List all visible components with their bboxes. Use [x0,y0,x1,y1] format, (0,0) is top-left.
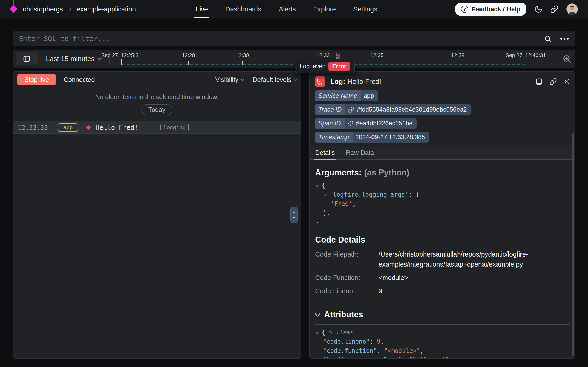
nav-right-group: ? Feedback / Help [455,2,578,16]
code-collapse-chevron-icon[interactable] [315,181,322,190]
error-level-badge: Error [328,62,350,71]
tab-explore[interactable]: Explore [313,0,336,18]
detail-header: Log:Hello Fred! [310,72,575,90]
link-icon [348,107,354,113]
breadcrumb-separator-icon [68,7,72,11]
zoom-in-icon[interactable] [562,54,571,63]
arguments-heading: Arguments: (as Python) [315,168,570,177]
code-lineno-value: 9 [379,286,570,296]
code-collapse-chevron-icon[interactable] [315,328,322,337]
collapse-chevron-icon [315,311,320,317]
log-detail-panel: Log:Hello Fred! Service Name app Tra [309,71,575,359]
no-older-items-message: No older items in the selected time wind… [13,93,301,100]
stop-live-button[interactable]: Stop live [17,74,56,85]
chevron-down-icon [294,77,297,81]
main-panels: Stop live Connected Visibility Default l… [13,71,575,359]
visibility-dropdown[interactable]: Visibility [215,76,243,83]
sidebar-toggle-button[interactable] [16,52,38,66]
log-row-selected[interactable]: 12:33:28 app Hello Fred! logging [13,121,301,134]
log-level-tooltip: Log level: Error [295,59,355,73]
breadcrumb-project[interactable]: example-application [76,6,136,13]
chevron-down-icon [241,77,244,81]
live-log-panel: Stop live Connected Visibility Default l… [13,71,301,359]
code-details-heading: Code Details [315,235,570,245]
tooltip-label: Log level: [300,63,325,70]
dock-bottom-icon[interactable] [535,78,543,85]
error-level-icon [86,125,91,130]
logfire-logo[interactable] [10,6,17,13]
log-message: Hello Fred! [96,124,138,131]
tab-alerts[interactable]: Alerts [279,0,296,18]
time-range-bar: Last 15 minutes Sep 27, 12:25:31 12:28 1… [13,50,575,68]
error-shield-icon [315,76,325,87]
detail-scrollbar[interactable] [572,133,574,356]
dark-mode-moon-icon[interactable] [534,5,543,13]
more-options-icon[interactable] [560,37,569,40]
logging-tag-badge: logging [160,124,189,131]
sql-filter-input[interactable] [19,35,544,43]
tab-raw-data[interactable]: Raw Data [346,146,374,159]
attributes-divider [315,324,570,325]
detail-tabs: Details Raw Data [310,146,575,160]
feedback-help-button[interactable]: ? Feedback / Help [455,2,526,16]
arguments-subheading: (as Python) [364,168,409,177]
panel-resize-grip[interactable] [290,207,298,223]
code-filepath-label: Code Filepath: [315,249,379,269]
trace-id-pill[interactable]: Trace ID #fdd5694a8fa98eb4e301d99ebc056e… [315,104,471,115]
detail-title-prefix: Log: [330,78,345,85]
span-id-pill[interactable]: Span ID #ea4d5f226ec151be [315,118,417,129]
tab-live[interactable]: Live [196,0,208,18]
detail-title: Log:Hello Fred! [330,78,381,85]
user-avatar[interactable] [566,3,578,15]
code-details-grid: Code Filepath: /Users/christophersamiull… [315,249,570,296]
search-icon[interactable] [544,35,552,42]
detail-badges: Service Name app Trace ID #fdd5694a8fa98… [310,90,528,146]
default-levels-dropdown[interactable]: Default levels [253,76,296,83]
close-icon[interactable] [564,78,570,85]
arguments-code: {'logfire.logging_args': ('Fred',),} [315,181,570,227]
main-nav: Live Dashboards Alerts Explore Settings [196,0,377,18]
logo-diamond-icon [9,5,17,13]
share-link-icon[interactable] [550,5,559,13]
connection-status: Connected [64,76,95,83]
detail-title-text: Hello Fred! [348,78,381,85]
code-collapse-chevron-icon[interactable] [323,190,329,199]
today-button[interactable]: Today [141,104,173,115]
time-range-selector[interactable]: Last 15 minutes [46,55,101,63]
service-name-pill[interactable]: Service Name app [315,91,378,101]
code-function-value: <module> [379,273,570,283]
log-timestamp: 12:33:28 [18,124,48,131]
sql-filter-bar [13,31,575,46]
code-filepath-value: /Users/christophersamiullah/repos/pydant… [379,249,570,269]
service-badge: app [57,123,79,132]
question-circle-icon: ? [461,6,468,13]
time-range-label: Last 15 minutes [46,55,95,63]
panel-divider-rail [305,71,306,359]
code-lineno-label: Code Lineno: [315,286,379,296]
live-panel-header: Stop live Connected Visibility Default l… [13,72,301,88]
detail-content: Arguments: (as Python) {'logfire.logging… [310,168,575,359]
copy-link-icon[interactable] [549,78,557,85]
top-nav: christophergs example-application Live D… [0,0,588,18]
tab-dashboards[interactable]: Dashboards [225,0,261,18]
attributes-heading[interactable]: Attributes [315,310,570,319]
attributes-code: { 5 items"code.lineno": 9,"code.function… [315,328,570,359]
tab-details[interactable]: Details [315,146,335,159]
timestamp-pill[interactable]: Timestamp 2024-09-27 12:33:28.385 [315,132,429,143]
code-function-label: Code Function: [315,273,379,283]
link-icon [347,121,353,126]
breadcrumb-org[interactable]: christophergs [23,6,63,13]
feedback-help-label: Feedback / Help [472,6,521,13]
tab-settings[interactable]: Settings [353,0,377,18]
